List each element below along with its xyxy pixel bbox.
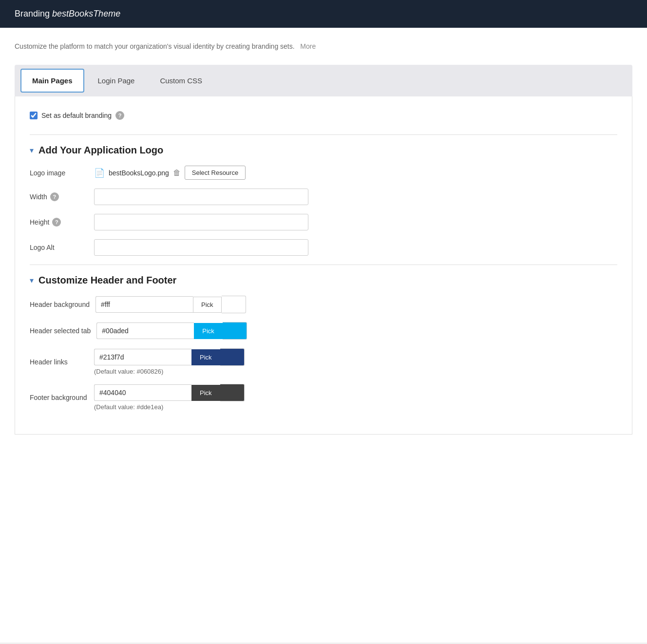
height-row: Height ? <box>30 214 617 230</box>
footer-bg-input[interactable] <box>94 384 191 401</box>
logo-file-name: bestBooksLogo.png <box>109 169 169 177</box>
section-divider-1 <box>30 134 617 135</box>
header-links-swatch <box>220 348 245 366</box>
default-branding-row: Set as default branding ? <box>30 106 617 125</box>
tab-login-page[interactable]: Login Page <box>86 69 147 93</box>
header-bg-pick-btn[interactable]: Pick <box>193 297 222 313</box>
trash-icon[interactable]: 🗑 <box>173 169 181 177</box>
default-branding-label: Set as default branding <box>41 112 112 119</box>
logo-file-area: 📄 bestBooksLogo.png 🗑 Select Resource <box>94 166 246 180</box>
page-content: Customize the platform to match your org… <box>0 28 647 643</box>
header-selected-tab-pick-btn[interactable]: Pick <box>194 323 223 339</box>
width-label: Width ? <box>30 192 88 201</box>
main-section: Set as default branding ? ▾ Add Your App… <box>15 96 632 435</box>
height-label: Height ? <box>30 218 88 227</box>
footer-bg-input-row: Pick <box>94 384 245 401</box>
section-divider-2 <box>30 265 617 265</box>
height-help[interactable]: ? <box>52 218 61 227</box>
header-links-default-hint: (Default value: #060826) <box>94 368 245 375</box>
file-icon: 📄 <box>94 168 105 178</box>
height-input[interactable] <box>94 214 308 230</box>
header-selected-tab-swatch <box>223 322 247 340</box>
header-footer-section-heading: ▾ Customize Header and Footer <box>30 275 617 286</box>
logo-image-row: Logo image 📄 bestBooksLogo.png 🗑 Select … <box>30 166 617 180</box>
header-links-label: Header links <box>30 358 88 366</box>
width-help[interactable]: ? <box>50 192 59 201</box>
logo-section-heading: ▾ Add Your Application Logo <box>30 145 617 156</box>
header-bg-input[interactable] <box>95 296 193 313</box>
footer-bg-group: Pick (Default value: #dde1ea) <box>94 384 245 411</box>
top-header: Branding bestBooksTheme <box>0 0 647 28</box>
header-selected-tab-row: Header selected tab Pick <box>30 322 617 340</box>
default-branding-checkbox[interactable] <box>30 112 38 119</box>
description-text: Customize the platform to match your org… <box>15 42 295 50</box>
footer-bg-row: Footer background Pick (Default value: #… <box>30 384 617 411</box>
footer-bg-pick-btn[interactable]: Pick <box>191 385 220 401</box>
header-footer-section-title: Customize Header and Footer <box>38 275 176 286</box>
theme-name: bestBooksTheme <box>52 9 120 19</box>
header-bg-swatch <box>222 296 246 313</box>
footer-bg-default-hint: (Default value: #dde1ea) <box>94 403 245 411</box>
tab-main-pages[interactable]: Main Pages <box>20 69 84 93</box>
logo-section-title: Add Your Application Logo <box>38 145 163 156</box>
header-selected-tab-input-row: Pick <box>96 322 247 340</box>
header-footer-arrow-icon: ▾ <box>30 276 34 285</box>
width-input[interactable] <box>94 189 308 205</box>
width-row: Width ? <box>30 189 617 205</box>
header-bg-label: Header background <box>30 301 90 308</box>
select-resource-button[interactable]: Select Resource <box>185 166 246 180</box>
description: Customize the platform to match your org… <box>15 38 632 55</box>
header-bg-row: Header background Pick <box>30 296 617 313</box>
header-links-row: Header links Pick (Default value: #06082… <box>30 348 617 375</box>
footer-bg-label: Footer background <box>30 394 88 401</box>
logo-alt-label: Logo Alt <box>30 244 88 251</box>
header-links-pick-btn[interactable]: Pick <box>191 349 220 365</box>
header-links-input[interactable] <box>94 349 191 365</box>
header-bg-group: Pick <box>95 296 246 313</box>
logo-alt-input[interactable] <box>94 239 308 256</box>
header-selected-tab-input[interactable] <box>96 322 194 339</box>
logo-arrow-icon: ▾ <box>30 146 34 155</box>
logo-alt-row: Logo Alt <box>30 239 617 256</box>
logo-image-label: Logo image <box>30 169 88 177</box>
header-selected-tab-label: Header selected tab <box>30 327 91 335</box>
default-branding-help[interactable]: ? <box>115 111 124 120</box>
tabs-container: Main Pages Login Page Custom CSS <box>15 65 632 96</box>
header-selected-tab-group: Pick <box>96 322 247 340</box>
tab-custom-css[interactable]: Custom CSS <box>148 69 214 93</box>
header-links-group: Pick (Default value: #060826) <box>94 348 245 375</box>
brand-label: Branding <box>15 9 50 19</box>
more-link[interactable]: More <box>300 42 316 50</box>
header-links-input-row: Pick <box>94 348 245 366</box>
footer-bg-swatch <box>220 384 245 401</box>
header-bg-input-row: Pick <box>95 296 246 313</box>
